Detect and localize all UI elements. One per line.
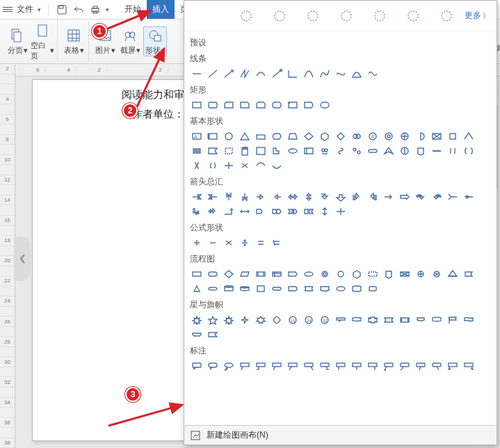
shape-arrows-6[interactable] bbox=[286, 191, 300, 203]
shape-stars-3[interactable] bbox=[238, 314, 252, 326]
shape-basic-29[interactable] bbox=[366, 145, 380, 157]
shape-basic-2[interactable] bbox=[222, 130, 236, 143]
shape-basic-25[interactable] bbox=[302, 145, 316, 157]
shape-rects-3[interactable] bbox=[238, 99, 252, 111]
shape-lines-5[interactable] bbox=[270, 67, 284, 80]
shape-flowchart-5[interactable] bbox=[270, 268, 284, 280]
shape-basic-9[interactable] bbox=[334, 130, 348, 143]
shape-stars-4[interactable] bbox=[254, 314, 268, 326]
shape-stars-1[interactable] bbox=[206, 314, 220, 326]
shape-flowchart-2[interactable] bbox=[222, 268, 236, 280]
shape-arrows-25[interactable] bbox=[302, 205, 316, 218]
shape-stars-13[interactable] bbox=[398, 314, 412, 326]
shape-arrows-14[interactable] bbox=[414, 191, 428, 203]
shape-basic-6[interactable] bbox=[286, 130, 300, 143]
shape-lines-3[interactable] bbox=[238, 67, 252, 80]
blankpage-button[interactable]: 空白页▾ bbox=[31, 22, 54, 61]
shape-flowchart-15[interactable] bbox=[430, 268, 444, 280]
shape-flowchart-21[interactable] bbox=[238, 282, 252, 295]
shape-lines-11[interactable] bbox=[366, 67, 380, 80]
shape-arrows-3[interactable] bbox=[238, 191, 252, 203]
shape-arrows-2[interactable] bbox=[222, 191, 236, 203]
shape-rects-6[interactable] bbox=[286, 99, 300, 111]
new-canvas-button[interactable]: 新建绘图画布(N) bbox=[184, 425, 497, 445]
shape-arrows-7[interactable] bbox=[302, 191, 316, 203]
shape-basic-0[interactable]: A bbox=[190, 130, 204, 143]
shape-lines-6[interactable] bbox=[286, 67, 300, 80]
shape-basic-26[interactable] bbox=[318, 145, 332, 157]
shape-arrows-5[interactable] bbox=[270, 191, 284, 203]
shape-callouts-12[interactable] bbox=[382, 360, 396, 372]
shape-flowchart-10[interactable] bbox=[350, 268, 364, 280]
save-icon[interactable] bbox=[56, 3, 68, 16]
shape-basic-5[interactable] bbox=[270, 130, 284, 143]
shape-basic-38[interactable] bbox=[222, 159, 236, 172]
shape-basic-1[interactable] bbox=[206, 130, 220, 143]
shape-lines-4[interactable] bbox=[254, 67, 268, 80]
shape-flowchart-11[interactable] bbox=[366, 268, 380, 280]
shape-stars-12[interactable] bbox=[382, 314, 396, 326]
shape-stars-9[interactable] bbox=[334, 314, 348, 326]
shape-basic-4[interactable] bbox=[254, 130, 268, 143]
shape-flowchart-29[interactable] bbox=[366, 282, 380, 295]
shape-callouts-1[interactable] bbox=[206, 360, 220, 372]
shape-flowchart-14[interactable] bbox=[414, 268, 428, 280]
shape-formula-2[interactable] bbox=[222, 237, 236, 249]
shape-flowchart-16[interactable] bbox=[446, 268, 460, 280]
shape-basic-24[interactable] bbox=[286, 145, 300, 157]
shape-callouts-15[interactable] bbox=[430, 360, 444, 372]
shape-callouts-7[interactable] bbox=[302, 360, 316, 372]
shape-flowchart-7[interactable] bbox=[302, 268, 316, 280]
shape-flowchart-22[interactable] bbox=[254, 282, 268, 295]
shape-arrows-23[interactable] bbox=[270, 205, 284, 218]
shape-basic-33[interactable] bbox=[430, 145, 444, 157]
shape-arrows-1[interactable] bbox=[206, 191, 220, 203]
shape-arrows-27[interactable] bbox=[334, 205, 348, 218]
shape-callouts-5[interactable] bbox=[270, 360, 284, 372]
shape-lines-1[interactable] bbox=[206, 67, 220, 80]
page-prev-button[interactable] bbox=[14, 237, 31, 281]
shape-stars-6[interactable]: 16 bbox=[286, 314, 300, 326]
shape-basic-10[interactable] bbox=[350, 130, 364, 143]
shape-basic-19[interactable] bbox=[206, 145, 220, 157]
shape-flowchart-27[interactable] bbox=[334, 282, 348, 295]
shape-basic-18[interactable] bbox=[190, 145, 204, 157]
shape-lines-8[interactable] bbox=[318, 67, 332, 80]
shapes-more-link[interactable]: 更多 》 bbox=[465, 10, 490, 22]
shape-arrows-15[interactable] bbox=[430, 191, 444, 203]
shape-basic-14[interactable] bbox=[414, 130, 428, 143]
shape-lines-2[interactable] bbox=[222, 67, 236, 80]
shape-callouts-13[interactable] bbox=[398, 360, 412, 372]
shape-basic-34[interactable] bbox=[446, 145, 460, 157]
shape-basic-37[interactable] bbox=[206, 159, 220, 172]
shape-stars-5[interactable] bbox=[270, 314, 284, 326]
shape-arrows-21[interactable] bbox=[238, 205, 252, 218]
shape-basic-22[interactable] bbox=[254, 145, 268, 157]
shape-basic-20[interactable] bbox=[222, 145, 236, 157]
shape-arrows-8[interactable] bbox=[318, 191, 332, 203]
shape-stars-7[interactable]: 24 bbox=[302, 314, 316, 326]
shape-basic-40[interactable] bbox=[254, 159, 268, 172]
shape-arrows-13[interactable] bbox=[398, 191, 412, 203]
shape-callouts-8[interactable] bbox=[318, 360, 332, 372]
shape-callouts-9[interactable] bbox=[334, 360, 348, 372]
shape-flowchart-20[interactable] bbox=[222, 282, 236, 295]
shape-formula-5[interactable] bbox=[270, 237, 284, 249]
shape-flowchart-26[interactable] bbox=[318, 282, 332, 295]
shape-arrows-4[interactable] bbox=[254, 191, 268, 203]
shape-flowchart-25[interactable] bbox=[302, 282, 316, 295]
shape-rects-2[interactable] bbox=[222, 99, 236, 111]
shape-callouts-10[interactable] bbox=[350, 360, 364, 372]
shape-arrows-18[interactable] bbox=[190, 205, 204, 218]
shape-basic-30[interactable] bbox=[382, 145, 396, 157]
shape-basic-12[interactable] bbox=[382, 130, 396, 143]
shape-basic-17[interactable] bbox=[462, 130, 476, 143]
shape-flowchart-4[interactable] bbox=[254, 268, 268, 280]
shape-basic-32[interactable] bbox=[414, 145, 428, 157]
shape-flowchart-8[interactable] bbox=[318, 268, 332, 280]
shape-basic-35[interactable] bbox=[462, 145, 476, 157]
shape-flowchart-17[interactable] bbox=[462, 268, 476, 280]
shape-basic-31[interactable] bbox=[398, 145, 412, 157]
shape-stars-10[interactable] bbox=[350, 314, 364, 326]
shape-basic-16[interactable] bbox=[446, 130, 460, 143]
